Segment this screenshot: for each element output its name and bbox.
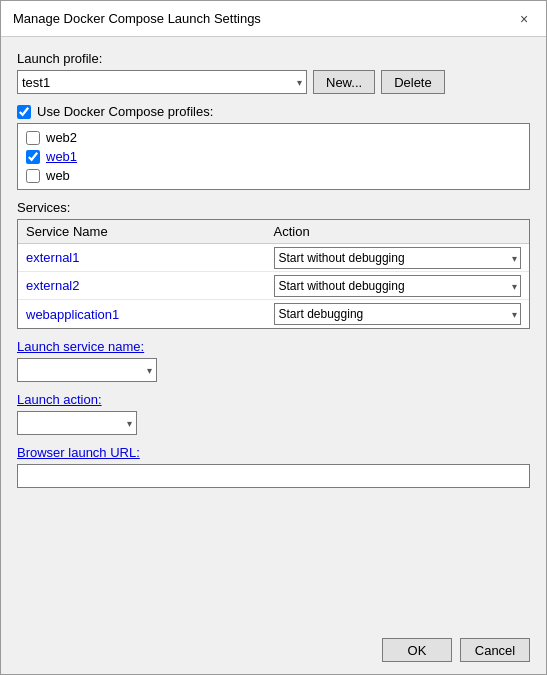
footer: OK Cancel <box>1 630 546 674</box>
use-docker-profiles-label[interactable]: Use Docker Compose profiles: <box>37 104 213 119</box>
profile-web1-checkbox[interactable] <box>26 150 40 164</box>
action-select-wrapper-external1: Start without debugging Start debugging … <box>274 247 522 269</box>
browser-launch-url-blue-label: Browser launch URL: <box>17 445 140 460</box>
profiles-box: web2 web1 web <box>17 123 530 190</box>
services-label: Services: <box>17 200 530 215</box>
use-docker-profiles-checkbox[interactable] <box>17 105 31 119</box>
title-bar: Manage Docker Compose Launch Settings × <box>1 1 546 37</box>
profile-web-checkbox[interactable] <box>26 169 40 183</box>
launch-action-label: Launch action: <box>17 392 530 407</box>
action-select-webapplication1[interactable]: Start without debugging Start debugging … <box>274 303 522 325</box>
launch-action-blue-label: Launch action: <box>17 392 102 407</box>
launch-profile-section: Launch profile: test1 New... Delete <box>17 51 530 94</box>
launch-service-name-select[interactable] <box>17 358 157 382</box>
use-docker-profiles-row: Use Docker Compose profiles: <box>17 104 530 119</box>
launch-profile-label: Launch profile: <box>17 51 530 66</box>
delete-button[interactable]: Delete <box>381 70 445 94</box>
dialog: Manage Docker Compose Launch Settings × … <box>0 0 547 675</box>
action-select-wrapper-webapplication1: Start without debugging Start debugging … <box>274 303 522 325</box>
launch-profile-select[interactable]: test1 <box>17 70 307 94</box>
service-name-webapplication1: webapplication1 <box>26 307 274 322</box>
dialog-title: Manage Docker Compose Launch Settings <box>13 11 261 26</box>
service-row-webapplication1: webapplication1 Start without debugging … <box>18 300 529 328</box>
launch-service-select-wrapper <box>17 358 157 382</box>
profile-web-label[interactable]: web <box>46 168 70 183</box>
profile-item-web2: web2 <box>26 130 521 145</box>
profile-web2-label[interactable]: web2 <box>46 130 77 145</box>
profile-item-web: web <box>26 168 521 183</box>
action-select-wrapper-external2: Start without debugging Start debugging … <box>274 275 522 297</box>
service-name-external2: external2 <box>26 278 274 293</box>
launch-service-name-label: Launch service name: <box>17 339 530 354</box>
header-action: Action <box>274 224 522 239</box>
new-button[interactable]: New... <box>313 70 375 94</box>
profile-web2-checkbox[interactable] <box>26 131 40 145</box>
browser-launch-url-label: Browser launch URL: <box>17 445 530 460</box>
header-service-name: Service Name <box>26 224 274 239</box>
service-action-external2: Start without debugging Start debugging … <box>274 275 522 297</box>
launch-action-select[interactable] <box>17 411 137 435</box>
cancel-button[interactable]: Cancel <box>460 638 530 662</box>
close-button[interactable]: × <box>514 9 534 29</box>
launch-service-name-blue-label: Launch service name: <box>17 339 144 354</box>
launch-profile-select-wrapper: test1 <box>17 70 307 94</box>
action-select-external1[interactable]: Start without debugging Start debugging … <box>274 247 522 269</box>
browser-launch-url-input[interactable] <box>17 464 530 488</box>
profile-item-web1: web1 <box>26 149 521 164</box>
ok-button[interactable]: OK <box>382 638 452 662</box>
services-header: Service Name Action <box>18 220 529 244</box>
services-section: Services: Service Name Action external1 … <box>17 200 530 329</box>
docker-compose-profiles-section: Use Docker Compose profiles: web2 web1 w… <box>17 104 530 190</box>
action-select-external2[interactable]: Start without debugging Start debugging … <box>274 275 522 297</box>
launch-action-select-wrapper <box>17 411 137 435</box>
service-name-external1: external1 <box>26 250 274 265</box>
dialog-content: Launch profile: test1 New... Delete Use … <box>1 37 546 630</box>
browser-launch-url-section: Browser launch URL: <box>17 445 530 488</box>
service-row-external2: external2 Start without debugging Start … <box>18 272 529 300</box>
profile-web1-label[interactable]: web1 <box>46 149 77 164</box>
services-box: Service Name Action external1 Start with… <box>17 219 530 329</box>
service-row-external1: external1 Start without debugging Start … <box>18 244 529 272</box>
launch-service-name-section: Launch service name: <box>17 339 530 382</box>
service-action-webapplication1: Start without debugging Start debugging … <box>274 303 522 325</box>
service-action-external1: Start without debugging Start debugging … <box>274 247 522 269</box>
launch-action-section: Launch action: <box>17 392 530 435</box>
